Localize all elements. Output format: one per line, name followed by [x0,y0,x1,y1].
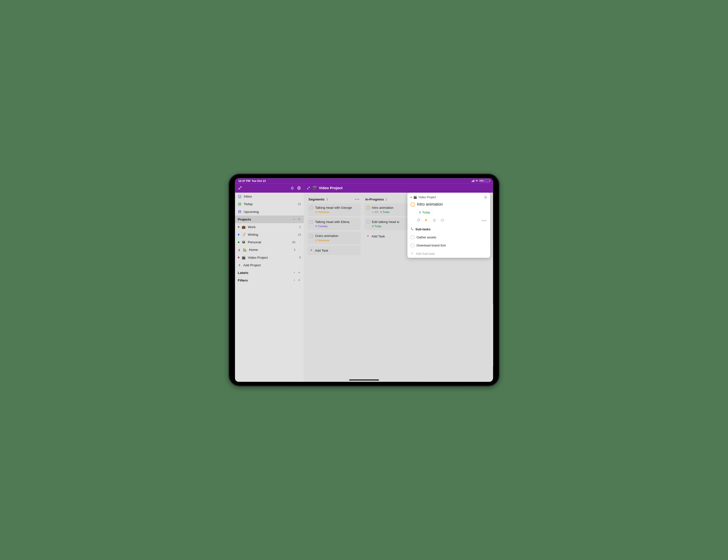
sidebar-project-item[interactable]: 📝Writing19 [235,231,304,239]
project-count: 2 [299,225,301,229]
subtask-icon [411,228,414,231]
flag-icon[interactable] [425,219,428,222]
label-icon[interactable] [417,219,420,223]
chevron-left-icon[interactable] [292,271,297,275]
due-date-chip[interactable]: Today [417,210,432,216]
project-dot [411,197,412,198]
chevron-down-icon[interactable] [292,218,297,221]
more-icon[interactable]: ●●● [482,219,487,222]
svg-point-0 [298,188,299,189]
sidebar-label: Today [244,202,295,206]
column-header[interactable]: Segments 3 ●●● [308,196,361,204]
subtask-complete-toggle[interactable] [411,236,415,240]
task-complete-toggle[interactable] [310,206,313,210]
sidebar-project-item[interactable]: 💼Work2 [235,223,304,231]
add-subtask-button[interactable]: Add Sub-task [407,250,490,258]
chevron-left-icon[interactable] [298,241,301,244]
subtask-complete-toggle[interactable] [411,244,415,248]
task-detail-panel: 🎬 Video Project Intro animation Today [407,193,490,258]
subtasks-label: Sub-tasks [415,228,430,231]
sidebar-label: Upcoming [244,210,301,214]
task-complete-toggle[interactable] [411,203,415,207]
task-title: Talking head with George [315,206,352,210]
chevron-left-icon[interactable] [298,249,301,252]
battery-icon [485,180,490,182]
task-title[interactable]: Intro animation [417,202,443,207]
sidebar-project-item[interactable]: 🏡Home3 [235,246,304,254]
status-date: Tue Oct 13 [252,179,266,182]
home-indicator[interactable] [349,380,379,380]
project-count: 98 [292,241,296,244]
subtask-title: Download brand font [417,244,446,247]
task-card[interactable]: Outro animation Tomorrow [308,232,361,244]
project-name: Home [249,248,292,252]
sidebar-count: 10 [298,203,301,206]
task-complete-toggle[interactable] [367,220,370,224]
today-icon: 13 [238,202,241,206]
sidebar-section-filters[interactable]: Filters [235,277,304,284]
project-emoji: 📝 [242,233,246,237]
chevron-left-icon[interactable] [292,279,297,282]
task-title: Outro animation [315,234,338,238]
subtasks-heading: Sub-tasks [407,225,490,233]
app-logo-icon[interactable] [238,186,242,190]
svg-rect-11 [372,226,374,227]
add-task-label: Add Task [371,235,385,238]
plus-icon [238,264,241,267]
sidebar-section-projects[interactable]: Projects [235,216,304,223]
svg-text:13: 13 [239,204,240,205]
add-task-label: Add Task [315,249,328,252]
sidebar-add-project[interactable]: Add Project [235,262,304,269]
svg-rect-6 [315,226,317,227]
svg-point-13 [419,220,419,220]
task-card[interactable]: Talking head with Elena Tuesday [308,218,361,230]
task-complete-toggle[interactable] [310,235,313,238]
add-filter-icon[interactable] [297,279,302,282]
add-label-icon[interactable] [297,271,302,275]
comment-icon[interactable] [441,219,444,223]
project-name: Personal [248,240,290,244]
column-more-icon[interactable]: ●●● [355,198,360,201]
meta-chip: 0/2 [372,211,378,214]
task-complete-toggle[interactable] [310,220,313,224]
sidebar-item-upcoming[interactable]: Upcoming [235,208,304,216]
plus-icon [366,234,370,239]
status-bar: 12:37 PM Tue Oct 13 VPN [235,178,493,183]
svg-rect-10 [380,212,382,213]
task-card[interactable]: Talking head with George Tomorrow [308,204,361,216]
task-complete-toggle[interactable] [367,206,370,210]
add-subtask-label: Add Sub-task [416,252,435,256]
add-project-icon[interactable] [297,218,302,221]
meta-chip: Today [380,211,390,214]
svg-point-16 [413,229,413,230]
board-column: Segments 3 ●●● Talking head with George … [308,196,361,378]
sidebar-section-labels[interactable]: Labels [235,269,304,277]
reminder-icon[interactable] [432,218,436,223]
project-emoji: 💼 [242,225,246,229]
expand-icon[interactable] [307,186,310,190]
meta-chip: Tomorrow [315,211,329,214]
add-project-label: Add Project [243,263,301,267]
sidebar-project-item[interactable]: 👽Personal98 [235,239,304,246]
person-icon [238,249,240,251]
project-name: Video Project [248,256,297,260]
notifications-icon[interactable] [290,186,294,190]
panel-project-link[interactable]: 🎬 Video Project [413,196,482,199]
header-emoji: 🎬 [312,186,317,190]
add-task-button[interactable]: Add Task [308,246,361,255]
sidebar-item-inbox[interactable]: Inbox [235,193,304,200]
subtask-item[interactable]: Gather assets [407,233,490,241]
sidebar-item-today[interactable]: 13 Today 10 [235,200,304,208]
inbox-icon [238,195,241,198]
column-count: 3 [326,198,328,201]
sidebar-label: Inbox [244,195,301,199]
ipad-device: 12:37 PM Tue Oct 13 VPN [228,174,500,386]
subtask-item[interactable]: Download brand font [407,241,490,250]
sidebar-project-item[interactable]: 🎬Video Project8 [235,254,304,261]
section-label: Labels [238,271,292,275]
project-dot [238,241,239,243]
meta-chip: Today [372,225,382,228]
upcoming-icon [238,210,241,214]
close-icon[interactable] [484,195,488,200]
settings-icon[interactable] [297,186,301,190]
